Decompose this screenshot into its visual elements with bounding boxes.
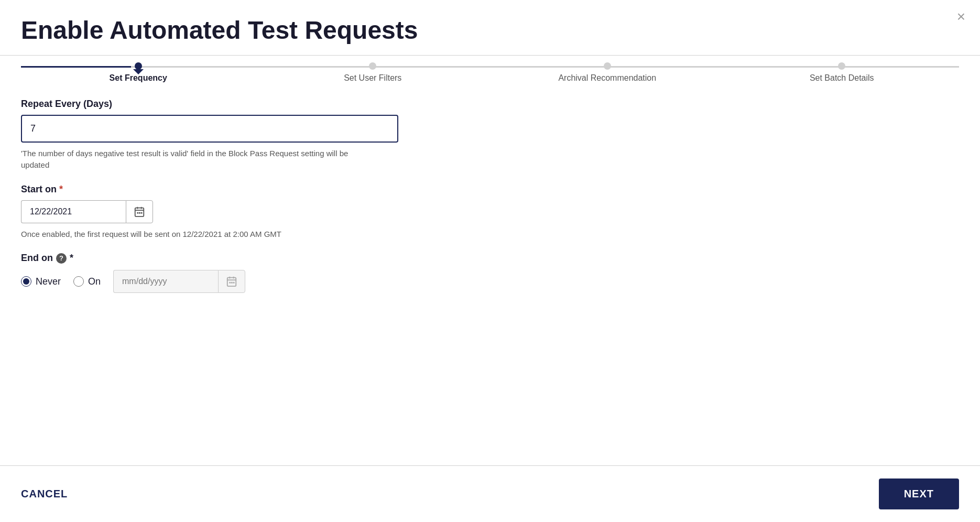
on-radio-input[interactable] xyxy=(73,276,84,287)
modal-footer: CANCEL NEXT xyxy=(0,465,980,522)
stepper-label-set-user-filters: Set User Filters xyxy=(344,73,401,83)
stepper-step-set-batch-details[interactable]: Set Batch Details xyxy=(725,56,960,83)
modal-title: Enable Automated Test Requests xyxy=(21,17,959,45)
cancel-button[interactable]: CANCEL xyxy=(21,484,68,504)
end-on-date-row xyxy=(113,270,245,293)
modal-content: Repeat Every (Days) 'The number of days … xyxy=(0,83,980,465)
never-radio-option[interactable]: Never xyxy=(21,276,61,287)
close-button[interactable]: × xyxy=(957,9,965,24)
svg-rect-12 xyxy=(231,282,233,284)
modal-header: Enable Automated Test Requests xyxy=(0,0,980,55)
start-on-label: Start on * xyxy=(21,184,959,195)
stepper-dot-set-batch-details xyxy=(838,62,845,70)
svg-rect-4 xyxy=(137,212,138,214)
next-button[interactable]: NEXT xyxy=(879,478,959,509)
calendar-icon xyxy=(134,206,145,218)
repeat-every-input[interactable] xyxy=(21,115,398,143)
end-on-calendar-button[interactable] xyxy=(218,270,245,293)
svg-rect-11 xyxy=(229,282,231,284)
end-on-calendar-icon xyxy=(226,276,237,287)
svg-rect-5 xyxy=(139,212,140,214)
end-on-label: End on ? * xyxy=(21,253,959,264)
stepper-label-set-frequency: Set Frequency xyxy=(110,73,167,83)
start-on-calendar-button[interactable] xyxy=(126,200,153,223)
schedule-note: Once enabled, the first request will be … xyxy=(21,229,959,241)
stepper-dot-archival-recommendation xyxy=(604,62,611,70)
stepper-step-archival-recommendation[interactable]: Archival Recommendation xyxy=(490,56,725,83)
svg-rect-13 xyxy=(233,282,235,284)
modal: × Enable Automated Test Requests Set Fre… xyxy=(0,0,980,522)
stepper-label-archival-recommendation: Archival Recommendation xyxy=(558,73,656,83)
svg-rect-0 xyxy=(135,208,144,216)
stepper-label-set-batch-details: Set Batch Details xyxy=(810,73,874,83)
start-on-input[interactable] xyxy=(21,200,126,223)
end-on-radio-group: Never On xyxy=(21,270,959,293)
end-on-help-icon[interactable]: ? xyxy=(56,253,67,264)
stepper-dot-set-user-filters xyxy=(369,62,376,70)
end-on-required: * xyxy=(70,253,73,264)
never-radio-label: Never xyxy=(36,276,61,287)
repeat-every-helper: 'The number of days negative test result… xyxy=(21,148,377,171)
start-on-row xyxy=(21,200,959,223)
stepper-dot-set-frequency xyxy=(135,62,142,70)
repeat-every-label: Repeat Every (Days) xyxy=(21,99,959,110)
never-radio-input[interactable] xyxy=(21,276,31,287)
stepper-step-set-user-filters[interactable]: Set User Filters xyxy=(256,56,491,83)
stepper-step-set-frequency[interactable]: Set Frequency xyxy=(21,56,256,83)
start-on-required: * xyxy=(59,184,63,194)
svg-rect-6 xyxy=(141,212,143,214)
end-on-date-input[interactable] xyxy=(113,270,218,293)
on-radio-label: On xyxy=(88,276,101,287)
stepper-arrow-set-frequency xyxy=(133,69,144,74)
stepper: Set Frequency Set User Filters Archival … xyxy=(0,56,980,83)
on-radio-option[interactable]: On xyxy=(73,276,101,287)
